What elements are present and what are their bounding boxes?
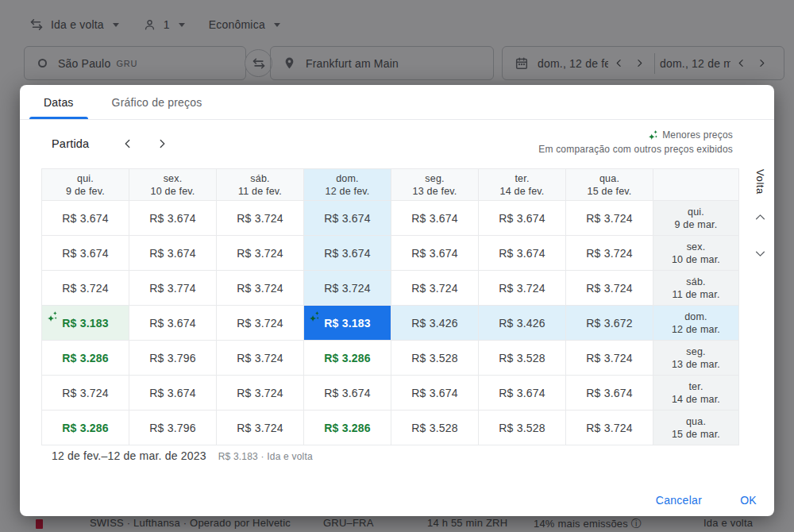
price-cell[interactable]: R$ 3.724 xyxy=(566,201,653,236)
lowest-price-icon xyxy=(48,311,58,322)
row-header: qua.15 de mar. xyxy=(653,411,739,445)
price-cell[interactable]: R$ 3.674 xyxy=(129,236,217,271)
price-cell[interactable]: R$ 3.724 xyxy=(217,271,304,306)
price-cell[interactable]: R$ 3.286 xyxy=(304,411,391,445)
price-cell[interactable]: R$ 3.724 xyxy=(217,306,304,341)
departure-prev-button[interactable] xyxy=(118,133,138,154)
tab-price-graph-label: Gráfico de preços xyxy=(112,96,202,109)
cancel-button[interactable]: Cancelar xyxy=(656,494,702,507)
price-cell[interactable]: R$ 3.724 xyxy=(566,236,653,271)
price-cell[interactable]: R$ 3.674 xyxy=(129,201,217,236)
lowest-price-icon xyxy=(649,130,658,140)
price-cell[interactable]: R$ 3.528 xyxy=(479,341,566,376)
date-grid-dialog: Datas Gráfico de preços Partida Menores … xyxy=(20,85,774,516)
price-cell[interactable]: R$ 3.674 xyxy=(42,236,129,271)
price-cell[interactable]: R$ 3.724 xyxy=(217,201,304,236)
col-header: sex.10 de fev. xyxy=(129,169,217,201)
price-cell[interactable]: R$ 3.674 xyxy=(304,376,391,411)
return-prev-button[interactable] xyxy=(749,206,771,228)
price-cell[interactable]: R$ 3.674 xyxy=(42,201,129,236)
lowest-price-icon xyxy=(310,311,320,322)
price-cell[interactable]: R$ 3.672 xyxy=(566,306,653,341)
price-cell[interactable]: R$ 3.674 xyxy=(129,306,217,341)
departure-next-button[interactable] xyxy=(152,133,172,154)
legend-title: Menores preços xyxy=(662,128,733,142)
col-header: qui.9 de fev. xyxy=(42,169,129,201)
row-header: seg.13 de mar. xyxy=(653,341,739,376)
price-cell[interactable]: R$ 3.724 xyxy=(304,271,391,306)
price-cell[interactable]: R$ 3.724 xyxy=(42,376,129,411)
price-cell[interactable]: R$ 3.674 xyxy=(129,376,217,411)
price-cell[interactable]: R$ 3.674 xyxy=(566,376,653,411)
price-cell[interactable]: R$ 3.724 xyxy=(566,341,653,376)
col-header: qua.15 de fev. xyxy=(566,169,653,201)
price-cell[interactable]: R$ 3.796 xyxy=(129,411,217,445)
price-cell[interactable]: R$ 3.724 xyxy=(42,271,129,306)
summary-price: R$ 3.183 · Ida e volta xyxy=(218,451,313,462)
price-cell[interactable]: R$ 3.674 xyxy=(304,201,391,236)
price-cell[interactable]: R$ 3.528 xyxy=(391,341,479,376)
dialog-tabs: Datas Gráfico de preços xyxy=(20,85,774,120)
price-cell[interactable]: R$ 3.724 xyxy=(566,271,653,306)
price-cell[interactable]: R$ 3.674 xyxy=(479,201,566,236)
legend-subtitle: Em comparação com outros preços exibidos xyxy=(538,142,733,156)
price-cell[interactable]: R$ 3.724 xyxy=(217,341,304,376)
col-header: ter.14 de fev. xyxy=(479,169,566,201)
col-header: dom.12 de fev. xyxy=(304,169,391,201)
selection-summary: 12 de fev.–12 de mar. de 2023 R$ 3.183 ·… xyxy=(52,449,313,462)
price-cell[interactable]: R$ 3.286 xyxy=(42,341,129,376)
price-cell[interactable]: R$ 3.674 xyxy=(391,201,479,236)
price-cell[interactable]: R$ 3.674 xyxy=(391,376,479,411)
row-header: qui.9 de mar. xyxy=(653,201,739,236)
price-cell[interactable]: R$ 3.426 xyxy=(479,306,566,341)
price-cell[interactable]: R$ 3.674 xyxy=(391,236,479,271)
departure-nav-row: Partida xyxy=(52,134,186,153)
price-cell[interactable]: R$ 3.286 xyxy=(42,411,129,445)
price-cell[interactable]: R$ 3.426 xyxy=(391,306,479,341)
price-cell[interactable]: R$ 3.724 xyxy=(217,236,304,271)
price-cell[interactable]: R$ 3.724 xyxy=(391,271,479,306)
price-cell[interactable]: R$ 3.774 xyxy=(129,271,217,306)
price-cell[interactable]: R$ 3.286 xyxy=(304,341,391,376)
lowest-price-legend: Menores preços Em comparação com outros … xyxy=(538,128,733,156)
return-next-button[interactable] xyxy=(749,242,771,264)
tab-dates[interactable]: Datas xyxy=(25,85,93,119)
summary-date-range: 12 de fev.–12 de mar. de 2023 xyxy=(52,449,206,462)
row-header: sáb.11 de mar. xyxy=(653,271,739,306)
price-cell[interactable]: R$ 3.724 xyxy=(217,376,304,411)
col-header: sáb.11 de fev. xyxy=(217,169,304,201)
row-header: sex.10 de mar. xyxy=(653,236,739,271)
price-cell[interactable]: R$ 3.528 xyxy=(391,411,479,445)
google-flights-page: Ida e volta 1 Econômica São Paulo GRU xyxy=(0,0,794,532)
row-header: dom.12 de mar. xyxy=(653,306,739,341)
tab-dates-label: Datas xyxy=(44,96,74,109)
tab-price-graph[interactable]: Gráfico de preços xyxy=(93,85,222,119)
price-cell[interactable]: R$ 3.796 xyxy=(129,341,217,376)
return-axis-label: Volta xyxy=(754,169,766,195)
dialog-actions: Cancelar OK xyxy=(656,494,757,507)
price-grid: qui.9 de fev.sex.10 de fev.sáb.11 de fev… xyxy=(41,168,739,445)
price-cell[interactable]: R$ 3.183 xyxy=(42,306,129,341)
price-cell[interactable]: R$ 3.674 xyxy=(304,236,391,271)
row-header: ter.14 de mar. xyxy=(653,376,739,411)
price-cell[interactable]: R$ 3.528 xyxy=(479,411,566,445)
price-cell[interactable]: R$ 3.724 xyxy=(217,411,304,445)
col-header: seg.13 de fev. xyxy=(391,169,479,201)
price-cell[interactable]: R$ 3.724 xyxy=(479,271,566,306)
ok-button[interactable]: OK xyxy=(740,494,757,507)
price-cell[interactable]: R$ 3.674 xyxy=(479,236,566,271)
price-cell[interactable]: R$ 3.674 xyxy=(479,376,566,411)
price-cell[interactable]: R$ 3.724 xyxy=(566,411,653,445)
corner-cell xyxy=(653,169,739,201)
departure-axis-label: Partida xyxy=(52,137,89,150)
price-cell[interactable]: R$ 3.183 xyxy=(304,306,391,341)
